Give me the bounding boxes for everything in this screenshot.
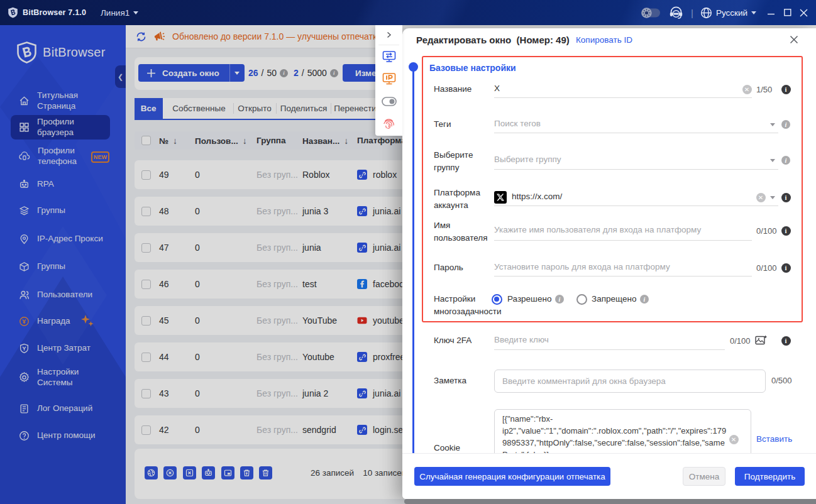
side-toolbar-divider — [378, 45, 399, 45]
modal-title: Редактировать окно (Номер: 49) — [416, 35, 570, 45]
field-label-name: Название — [434, 83, 497, 96]
multitask-allow-radio[interactable] — [492, 294, 502, 305]
note-input[interactable]: Введите комментарий для окна браузера — [494, 370, 766, 393]
name-info-icon[interactable]: i — [781, 85, 791, 94]
tags-input-underline — [494, 133, 778, 133]
sync-monitor-icon[interactable] — [375, 50, 402, 63]
title-bar: BitBrowser 7.1.0 Линия1 — [0, 0, 816, 25]
platform-clear-icon[interactable]: ✕ — [756, 193, 766, 202]
language-selector[interactable]: Русский — [700, 0, 756, 25]
field-label-platform: Платформа аккаунта — [434, 187, 497, 212]
field-label-password: Пароль — [434, 261, 497, 274]
name-input-underline — [494, 97, 752, 98]
fingerprint-icon[interactable] — [375, 116, 402, 130]
side-toolbar — [375, 25, 402, 136]
cookie-paste-link[interactable]: Вставить — [756, 434, 792, 444]
username-counter: 0/100 — [756, 226, 777, 236]
tags-info-icon[interactable]: i — [781, 120, 790, 129]
globe-icon — [700, 7, 712, 19]
password-counter: 0/100 — [756, 263, 777, 273]
cancel-button[interactable]: Отмена — [683, 467, 725, 486]
username-input-underline — [494, 240, 752, 241]
group-caret-icon — [770, 159, 775, 162]
password-input[interactable]: Установите пароль для входа на платформу — [494, 262, 670, 271]
window-minimize-button[interactable] — [763, 0, 780, 25]
confirm-button[interactable]: Подтвердить — [735, 467, 805, 486]
username-input[interactable]: Укажите имя пользователя для входа на пл… — [494, 225, 701, 234]
x-platform-logo — [494, 191, 507, 204]
bitbrowser-app: BitBrowser 7.1.0 Линия1 — [0, 0, 816, 504]
field-label-cookie: Cookie — [434, 442, 497, 454]
window-close-button[interactable] — [794, 0, 813, 25]
note-counter: 0/500 — [771, 376, 792, 385]
field-label-tags: Теги — [434, 118, 497, 131]
multitask-deny-label[interactable]: Запрещено — [592, 294, 636, 304]
random-fingerprint-button[interactable]: Случайная генерация конфигурации отпечат… — [414, 467, 610, 486]
name-counter: 1/50 — [756, 85, 772, 94]
group-select[interactable]: Выберите группу — [494, 155, 561, 164]
theme-toggle[interactable] — [641, 0, 661, 25]
key2fa-image-icon[interactable] — [755, 335, 767, 348]
line-selector[interactable]: Линия1 — [101, 0, 138, 25]
field-label-group: Выберите группу — [434, 149, 497, 174]
key2fa-counter: 0/100 — [730, 336, 751, 346]
side-toolbar-collapse[interactable] — [375, 28, 402, 41]
copy-id-link[interactable]: Копировать ID — [576, 35, 632, 45]
modal-close-icon[interactable] — [787, 33, 801, 47]
multitask-deny-info-icon[interactable]: i — [640, 295, 649, 304]
key2fa-info-icon[interactable]: i — [781, 336, 791, 346]
field-label-note: Заметка — [434, 375, 497, 387]
section-anchor-line — [412, 70, 414, 454]
multitask-allow-info-icon[interactable]: i — [555, 295, 564, 304]
support-headset-icon[interactable] — [668, 0, 684, 25]
platform-info-icon[interactable]: i — [781, 193, 791, 202]
key2fa-input[interactable]: Введите ключ — [494, 335, 549, 344]
name-clear-icon[interactable]: ✕ — [742, 85, 752, 94]
cookie-clear-icon[interactable]: ✕ — [729, 435, 739, 444]
field-label-2fa: Ключ 2FA — [434, 334, 497, 347]
line-caret-icon — [133, 11, 138, 14]
name-input[interactable]: X — [494, 84, 500, 93]
group-input-underline — [494, 169, 778, 170]
platform-url-input[interactable]: https://x.com/ — [512, 192, 562, 201]
key2fa-input-underline — [494, 349, 725, 350]
platform-input-underline — [494, 205, 778, 206]
multitask-deny-radio[interactable] — [576, 294, 587, 305]
app-title: BitBrowser 7.1.0 — [23, 0, 86, 25]
edit-window-modal: Редактировать окно (Номер: 49) Копироват… — [402, 28, 816, 504]
tags-caret-icon — [770, 123, 775, 126]
app-logo-icon — [8, 0, 18, 25]
tags-select[interactable]: Поиск тегов — [494, 119, 541, 128]
password-input-underline — [494, 276, 752, 277]
titlebar-separator: | — [691, 0, 693, 25]
section-title: Базовые настройки — [429, 63, 516, 73]
platform-caret-icon — [770, 196, 775, 199]
username-info-icon[interactable]: i — [781, 226, 791, 236]
language-caret-icon — [751, 11, 756, 14]
modal-horizontal-scrollbar[interactable] — [404, 499, 816, 504]
field-label-multitask: Настройки многозадачности — [434, 293, 497, 318]
password-info-icon[interactable]: i — [781, 263, 791, 273]
toggle-icon[interactable] — [375, 94, 402, 108]
multitask-allow-label[interactable]: Разрешено — [507, 294, 551, 304]
field-label-username: Имя пользователя — [434, 219, 497, 244]
ip-monitor-icon[interactable] — [375, 72, 402, 85]
group-info-icon[interactable]: i — [781, 156, 790, 165]
